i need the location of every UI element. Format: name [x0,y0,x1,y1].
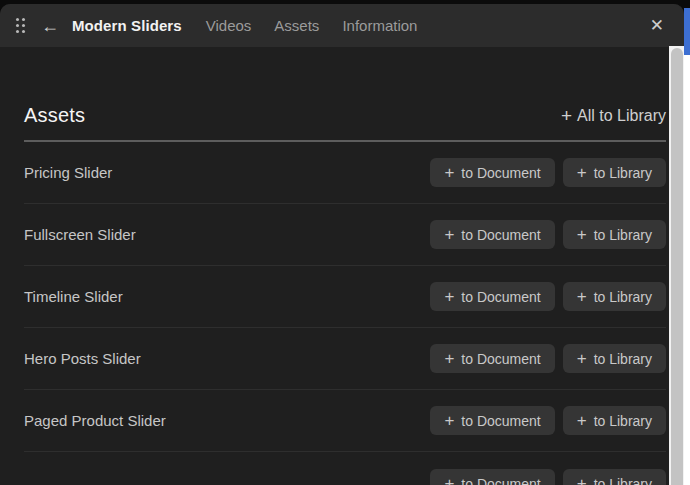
to-library-label: to Library [594,165,652,181]
to-document-button[interactable]: + to Document [430,220,554,249]
asset-row-partial: + to Document + to Library [24,452,666,485]
asset-row-pricing-slider: Pricing Slider + to Document + to Librar… [24,142,666,204]
to-document-label: to Document [461,165,540,181]
asset-name: Hero Posts Slider [24,350,141,367]
asset-name: Paged Product Slider [24,412,166,429]
to-document-button[interactable]: + to Document [430,406,554,435]
to-library-button[interactable]: + to Library [563,220,666,249]
plus-icon: + [577,288,587,305]
to-library-button[interactable]: + to Library [563,469,666,485]
tab-videos[interactable]: Videos [206,17,252,34]
topbar-tabs: Videos Assets Information [206,17,418,34]
plus-icon: + [444,164,454,181]
plus-icon: + [444,475,454,485]
plus-icon: + [577,164,587,181]
to-document-button[interactable]: + to Document [430,469,554,485]
to-library-label: to Library [594,351,652,367]
page-title: Assets [24,104,85,127]
to-document-label: to Document [461,289,540,305]
to-library-button[interactable]: + to Library [563,158,666,187]
tab-information[interactable]: Information [342,17,417,34]
to-library-button[interactable]: + to Library [563,406,666,435]
drag-handle-icon[interactable] [16,18,25,33]
to-document-button[interactable]: + to Document [430,344,554,373]
panel-topbar: ← Modern Sliders Videos Assets Informati… [0,4,684,47]
asset-name: Pricing Slider [24,164,112,181]
to-document-button[interactable]: + to Document [430,282,554,311]
scrollbar-thumb[interactable] [671,48,683,485]
plus-icon: + [444,412,454,429]
to-library-label: to Library [594,476,652,485]
to-document-label: to Document [461,227,540,243]
back-arrow-icon[interactable]: ← [41,17,59,35]
to-document-label: to Document [461,351,540,367]
plus-icon: + [444,288,454,305]
to-library-button[interactable]: + to Library [563,344,666,373]
asset-name: Fullscreen Slider [24,226,136,243]
plugin-panel: ← Modern Sliders Videos Assets Informati… [0,4,684,485]
panel-title: Modern Sliders [72,17,182,34]
plus-icon: + [577,475,587,485]
assets-header: Assets + All to Library [24,104,666,127]
asset-row-paged-product-slider: Paged Product Slider + to Document + to … [24,390,666,452]
all-to-library-label: All to Library [577,107,666,125]
plus-icon: + [561,106,572,125]
to-document-button[interactable]: + to Document [430,158,554,187]
scrollbar-track[interactable] [669,46,684,485]
to-library-button[interactable]: + to Library [563,282,666,311]
plus-icon: + [577,412,587,429]
plus-icon: + [444,350,454,367]
asset-row-hero-posts-slider: Hero Posts Slider + to Document + to Lib… [24,328,666,390]
right-edge-top [684,0,690,8]
plus-icon: + [444,226,454,243]
to-library-label: to Library [594,289,652,305]
to-document-label: to Document [461,413,540,429]
to-document-label: to Document [461,476,540,485]
to-library-label: to Library [594,227,652,243]
asset-name: Timeline Slider [24,288,123,305]
assets-content: Assets + All to Library Pricing Slider +… [0,47,684,485]
plus-icon: + [577,226,587,243]
right-edge-blue-bar [684,8,690,55]
all-to-library-button[interactable]: + All to Library [561,106,666,125]
asset-row-timeline-slider: Timeline Slider + to Document + to Libra… [24,266,666,328]
to-library-label: to Library [594,413,652,429]
tab-assets[interactable]: Assets [274,17,319,34]
close-icon[interactable]: ✕ [650,17,664,34]
plus-icon: + [577,350,587,367]
asset-row-fullscreen-slider: Fullscreen Slider + to Document + to Lib… [24,204,666,266]
page-right-edge [684,0,690,485]
